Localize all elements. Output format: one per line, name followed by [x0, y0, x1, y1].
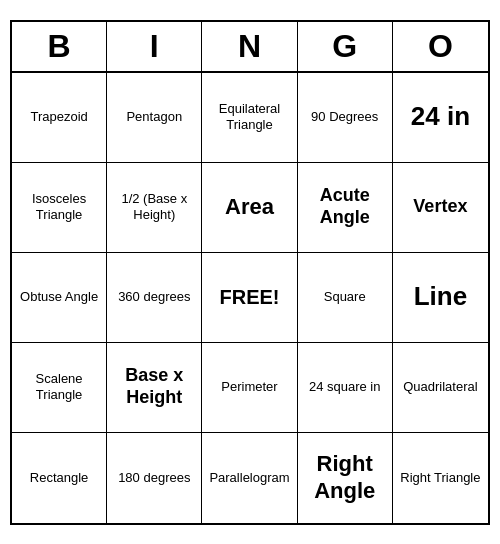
bingo-cell: Right Angle [298, 433, 393, 523]
bingo-cell: 90 Degrees [298, 73, 393, 163]
bingo-cell: Rectangle [12, 433, 107, 523]
bingo-cell: Vertex [393, 163, 488, 253]
bingo-cell: Pentagon [107, 73, 202, 163]
bingo-cell: 1/2 (Base x Height) [107, 163, 202, 253]
bingo-cell: 180 degrees [107, 433, 202, 523]
header-letter: O [393, 22, 488, 71]
header-letter: I [107, 22, 202, 71]
bingo-cell: Acute Angle [298, 163, 393, 253]
bingo-grid: TrapezoidPentagonEquilateral Triangle90 … [12, 73, 488, 523]
bingo-cell: FREE! [202, 253, 297, 343]
bingo-cell: Line [393, 253, 488, 343]
bingo-card: BINGO TrapezoidPentagonEquilateral Trian… [10, 20, 490, 525]
bingo-cell: Right Triangle [393, 433, 488, 523]
bingo-cell: Area [202, 163, 297, 253]
bingo-cell: Scalene Triangle [12, 343, 107, 433]
bingo-cell: Square [298, 253, 393, 343]
bingo-header: BINGO [12, 22, 488, 73]
bingo-cell: Obtuse Angle [12, 253, 107, 343]
bingo-cell: 24 square in [298, 343, 393, 433]
bingo-cell: Base x Height [107, 343, 202, 433]
header-letter: B [12, 22, 107, 71]
bingo-cell: Trapezoid [12, 73, 107, 163]
bingo-cell: 360 degrees [107, 253, 202, 343]
bingo-cell: Isosceles Triangle [12, 163, 107, 253]
bingo-cell: 24 in [393, 73, 488, 163]
bingo-cell: Parallelogram [202, 433, 297, 523]
header-letter: N [202, 22, 297, 71]
bingo-cell: Quadrilateral [393, 343, 488, 433]
bingo-cell: Perimeter [202, 343, 297, 433]
bingo-cell: Equilateral Triangle [202, 73, 297, 163]
header-letter: G [298, 22, 393, 71]
